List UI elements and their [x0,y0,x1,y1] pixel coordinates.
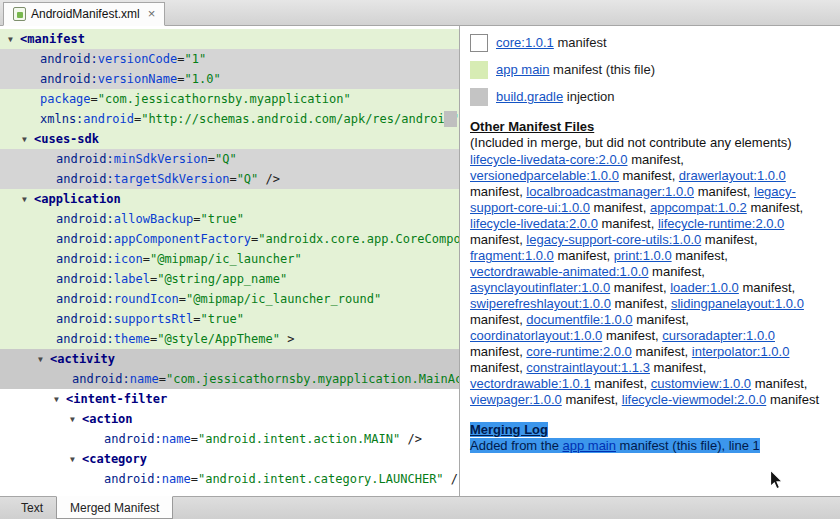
merging-log-section: Merging Log Added from the app main mani… [470,422,834,454]
app-main-link[interactable]: app main [563,438,616,453]
expand-arrow-icon[interactable]: ▼ [8,30,20,49]
code-line[interactable]: package="com.jessicathornsby.myapplicati… [0,89,459,109]
code-token-eq: = [91,92,98,106]
merging-log-entry: Added from the app main manifest (this f… [470,438,760,453]
manifest-file-link[interactable]: core-runtime:2.0.0 [526,344,632,359]
expand-arrow-icon[interactable]: ▼ [38,350,50,369]
tab-androidmanifest-xml[interactable]: AndroidManifest.xml × [3,2,165,26]
legend-link[interactable]: build.gradle [496,89,563,104]
view-tab-bar: Text Merged Manifest [0,496,840,519]
manifest-file-link[interactable]: vectordrawable:1.0.1 [470,376,591,391]
code-line[interactable]: ▼<application [0,189,459,209]
code-line[interactable]: android:name="android.intent.category.LA… [0,469,459,489]
manifest-file-link[interactable]: cursoradapter:1.0.0 [662,328,775,343]
manifest-file-link[interactable]: documentfile:1.0.0 [526,312,632,327]
code-line[interactable]: ▼<action [0,409,459,429]
code-token-eq: = [179,292,186,306]
manifest-file-link[interactable]: print:1.0.0 [614,248,672,263]
code-line[interactable]: android:allowBackup="true" [0,209,459,229]
code-token-ns: android: [56,292,114,306]
manifest-file-link[interactable]: lifecycle-runtime:2.0.0 [658,216,784,231]
code-line[interactable]: android:roundIcon="@mipmap/ic_launcher_r… [0,289,459,309]
code-line[interactable]: android:versionCode="1" [0,49,459,69]
code-token-attr: roundIcon [114,292,179,306]
merging-log-entry-suffix: manifest (this file), line 1 [616,438,760,453]
manifest-file-link[interactable]: slidingpanelayout:1.0.0 [671,296,804,311]
close-icon[interactable]: × [148,8,156,20]
code-line[interactable]: android:supportsRtl="true" [0,309,459,329]
manifest-file-link[interactable]: drawerlayout:1.0.0 [679,168,786,183]
manifest-file-link[interactable]: legacy-support-core-utils:1.0.0 [526,232,701,247]
code-token-tag: <action [82,412,133,426]
edge-marker [444,111,457,127]
code-token-tag: <activity [50,352,115,366]
code-line[interactable]: android:icon="@mipmap/ic_launcher" [0,249,459,269]
manifest-file-link[interactable]: versionedparcelable:1.0.0 [470,168,619,183]
code-token-attr: android [83,112,134,126]
manifest-file-link[interactable]: fragment:1.0.0 [470,248,554,263]
legend-item-build-gradle-injection: build.gradle injection [470,88,834,106]
manifest-file-link[interactable]: vectordrawable-animated:1.0.0 [470,264,649,279]
code-token-ns: xmlns: [40,112,83,126]
manifest-file-icon [13,7,26,21]
manifest-file-link[interactable]: viewpager:1.0.0 [470,392,562,407]
code-line[interactable]: android:theme="@style/AppTheme" > [0,329,459,349]
code-token-eq: = [143,252,150,266]
merging-log-heading: Merging Log [470,422,548,437]
code-line[interactable]: android:name="android.intent.action.MAIN… [0,429,459,449]
code-line[interactable]: ▼<activity [0,349,459,369]
manifest-file-link[interactable]: customview:1.0.0 [651,376,751,391]
code-line[interactable]: android:appComponentFactory="androidx.co… [0,229,459,249]
manifest-file-link[interactable]: appcompat:1.0.2 [650,200,747,215]
editor-split: ▼<manifestandroid:versionCode="1"android… [0,26,840,496]
code-line[interactable]: xmlns:android="http://schemas.android.co… [0,109,459,129]
code-token-val: "android.intent.category.LAUNCHER" [198,472,444,486]
expand-arrow-icon[interactable]: ▼ [70,450,82,469]
manifest-file-link[interactable]: localbroadcastmanager:1.0.0 [526,184,694,199]
legend: core:1.0.1 manifestapp main manifest (th… [470,34,834,106]
expand-arrow-icon[interactable]: ▼ [70,410,82,429]
manifest-file-link[interactable]: swiperefreshlayout:1.0.0 [470,296,611,311]
code-line[interactable]: android:versionName="1.0" [0,69,459,89]
code-line[interactable]: ▼<manifest [0,29,459,49]
code-token-val: "com.jessicathornsby.myapplication.MainA… [166,372,459,386]
android-studio-window: AndroidManifest.xml × ▼<manifestandroid:… [0,0,840,26]
manifest-file-link[interactable]: lifecycle-livedata:2.0.0 [470,216,598,231]
code-token-tag: <application [34,192,121,206]
code-token-attr: targetSdkVersion [114,172,230,186]
code-line[interactable]: android:minSdkVersion="Q" [0,149,459,169]
code-line[interactable]: ▼<intent-filter [0,389,459,409]
manifest-file-link[interactable]: interpolator:1.0.0 [692,344,790,359]
manifest-file-link[interactable]: coordinatorlayout:1.0.0 [470,328,602,343]
manifest-file-link[interactable]: constraintlayout:1.1.3 [526,360,650,375]
code-token-plain: /> [400,432,422,446]
code-token-tag: <intent-filter [66,392,167,406]
code-line[interactable]: android:label="@string/app_name" [0,269,459,289]
manifest-file-link[interactable]: loader:1.0.0 [670,280,739,295]
expand-arrow-icon[interactable]: ▼ [22,130,34,149]
code-token-eq: = [191,432,198,446]
code-token-attr: name [130,372,159,386]
code-line[interactable]: android:targetSdkVersion="Q" /> [0,169,459,189]
legend-link[interactable]: core:1.0.1 [496,35,554,50]
tab-title: AndroidManifest.xml [31,7,140,21]
manifest-file-link[interactable]: asynclayoutinflater:1.0.0 [470,280,610,295]
code-token-attr: name [162,432,191,446]
code-token-plain: > [280,332,294,346]
manifest-file-link[interactable]: lifecycle-viewmodel:2.0.0 [622,392,767,407]
legend-label: core:1.0.1 manifest [496,35,607,51]
code-token-tag: <category [82,452,147,466]
expand-arrow-icon[interactable]: ▼ [54,390,66,409]
editor-tab-bar: AndroidManifest.xml × [0,0,840,26]
code-line[interactable]: android:name="com.jessicathornsby.myappl… [0,369,459,389]
manifest-file-link[interactable]: lifecycle-livedata-core:2.0.0 [470,152,628,167]
code-line[interactable]: ▼<category [0,449,459,469]
code-token-val: "true" [201,312,244,326]
legend-link[interactable]: app main [496,62,549,77]
code-token-eq: = [177,72,184,86]
code-line[interactable]: ▼<uses-sdk [0,129,459,149]
code-token-val: "@mipmap/ic_launcher" [150,252,302,266]
tab-merged-manifest[interactable]: Merged Manifest [56,496,173,519]
tab-text[interactable]: Text [8,497,56,519]
expand-arrow-icon[interactable]: ▼ [22,190,34,209]
